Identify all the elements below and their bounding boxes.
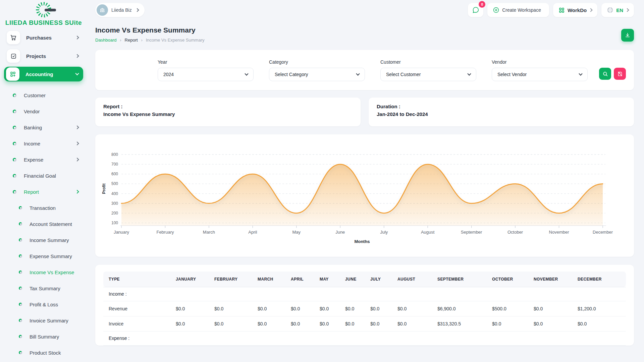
cell: $0.0 (392, 316, 432, 331)
brand-logo[interactable]: LIIEDA BUSINESS SUite (0, 0, 87, 26)
messages-button[interactable]: 0 (468, 3, 483, 17)
sidebar-item-customer[interactable]: Customer (4, 87, 83, 103)
svg-text:May: May (292, 230, 301, 235)
sidebar-item-label: Expense Summary (30, 253, 83, 259)
sidebar-item-expense-summary[interactable]: Expense Summary (4, 248, 83, 264)
chevron-down-icon (589, 8, 592, 12)
svg-text:March: March (203, 230, 215, 235)
sidebar-item-report[interactable]: Report (4, 184, 83, 200)
cart-icon (7, 31, 20, 44)
workspace-selector[interactable]: Liieda Biz (95, 3, 145, 17)
svg-text:300: 300 (111, 201, 118, 206)
bullet-donut-icon (19, 335, 22, 338)
year-select-value: 2024 (163, 72, 174, 77)
sidebar-item-tax-summary[interactable]: Tax Summary (4, 280, 83, 296)
income-section-row: Income : (103, 287, 626, 301)
table-header-row: TYPE JANUARY FEBRUARY MARCH APRIL MAY JU… (103, 272, 626, 287)
report-label: Report : (103, 104, 353, 109)
breadcrumb-dashboard[interactable]: Dashboard (95, 38, 117, 43)
breadcrumb-current: Income Vs Expense Summary (146, 38, 205, 43)
bullet-donut-icon (19, 238, 22, 242)
sidebar-item-vendor[interactable]: Vendor (4, 103, 83, 119)
brand-name: LIIEDA BUSINESS SUite (0, 19, 87, 26)
sidebar-item-income[interactable]: Income (4, 135, 83, 152)
sidebar-item-account-statement[interactable]: Account Statement (4, 216, 83, 232)
year-filter-label: Year (158, 59, 254, 65)
sidebar-item-cash-flow[interactable]: Cash Flow (4, 361, 83, 362)
sidebar-item-purchases[interactable]: Purchases (4, 30, 83, 45)
breadcrumb-separator: › (120, 38, 121, 43)
category-select[interactable]: Select Category (269, 68, 365, 81)
profit-chart-card: 100200300400500600700800JanuaryFebruaryM… (95, 134, 634, 257)
breadcrumb-report[interactable]: Report (125, 38, 138, 43)
sidebar-item-bill-summary[interactable]: Bill Summary (4, 328, 83, 345)
cell: $0.0 (392, 301, 432, 316)
table-row-revenue: Revenue $0.0 $0.0 $0.0 $0.0 $0.0 $0.0 $0… (103, 301, 626, 316)
svg-text:April: April (248, 230, 257, 235)
duration-label: Duration : (377, 104, 626, 109)
report-summary-card: Report : Income Vs Expense Summary (95, 98, 361, 126)
workdo-label: WorkDo (568, 7, 587, 13)
chevron-right-icon (75, 158, 79, 161)
col-may: MAY (314, 272, 340, 287)
sidebar-item-label: Transaction (30, 205, 83, 211)
bullet-donut-icon (19, 222, 22, 226)
income-section-label: Income : (103, 287, 626, 301)
cell: $1,200.0 (572, 301, 626, 316)
col-april: APRIL (285, 272, 314, 287)
svg-text:800: 800 (111, 152, 118, 157)
cell: $0.0 (528, 301, 572, 316)
category-select-value: Select Category (275, 72, 308, 77)
cell: $0.0 (487, 316, 528, 331)
sidebar-item-transaction[interactable]: Transaction (4, 200, 83, 216)
workspace-avatar (97, 4, 108, 16)
sidebar-item-invoice-summary[interactable]: Invoice Summary (4, 312, 83, 328)
bullet-donut-icon (13, 126, 16, 129)
svg-text:January: January (114, 230, 129, 235)
download-button[interactable] (621, 29, 634, 42)
sidebar-item-label: Income Vs Expense (30, 269, 83, 275)
sidebar-item-label: Profit & Loss (30, 302, 83, 307)
customer-select-value: Select Customer (386, 72, 421, 77)
bullet-donut-icon (13, 158, 16, 162)
duration-summary-card: Duration : Jan-2024 to Dec-2024 (369, 98, 634, 126)
language-selector[interactable]: EN (601, 3, 634, 17)
sidebar-item-banking[interactable]: Banking (4, 119, 83, 135)
sidebar-item-label: Report (24, 189, 76, 195)
search-button[interactable] (599, 68, 611, 80)
workdo-menu-button[interactable]: WorkDo (553, 3, 597, 17)
vendor-filter-label: Vendor (492, 59, 588, 65)
sidebar-item-expense[interactable]: Expense (4, 152, 83, 168)
chevron-down-icon (75, 71, 79, 75)
sidebar-item-income-summary[interactable]: Income Summary (4, 232, 83, 248)
col-december: DECEMBER (572, 272, 626, 287)
sidebar-item-financial-goal[interactable]: Financial Goal (4, 168, 83, 184)
create-workspace-button[interactable]: Create Workspace (487, 3, 549, 17)
profit-chart-svg: 100200300400500600700800JanuaryFebruaryM… (95, 134, 634, 248)
cell: $0.0 (285, 301, 314, 316)
sidebar-item-profit-loss[interactable]: Profit & Loss (4, 296, 83, 312)
row-type: Invoice (103, 316, 170, 331)
sidebar-item-accounting[interactable]: Accounting (4, 67, 83, 81)
year-select[interactable]: 2024 (158, 68, 254, 81)
search-icon (602, 71, 608, 77)
clear-filter-icon (617, 71, 623, 77)
sidebar-item-product-stock[interactable]: Product Stock (4, 345, 83, 361)
customer-select[interactable]: Select Customer (380, 68, 476, 81)
expense-section-label: Expense : (103, 331, 626, 345)
sidebar-item-label: Banking (24, 125, 76, 130)
sidebar-item-projects[interactable]: Projects (4, 48, 83, 64)
bullet-donut-icon (19, 319, 22, 322)
vendor-select[interactable]: Select Vendor (492, 68, 588, 81)
sidebar-item-income-vs-expense[interactable]: Income Vs Expense (4, 264, 83, 280)
col-type: TYPE (103, 272, 170, 287)
svg-text:600: 600 (111, 172, 118, 176)
bullet-donut-icon (19, 206, 22, 209)
workspace-name: Liieda Biz (111, 7, 132, 13)
chevron-right-icon (75, 141, 79, 145)
col-october: OCTOBER (487, 272, 528, 287)
globe-icon (607, 7, 613, 13)
svg-text:June: June (335, 230, 345, 235)
reset-filter-button[interactable] (614, 68, 626, 80)
cell: $0.0 (314, 301, 340, 316)
